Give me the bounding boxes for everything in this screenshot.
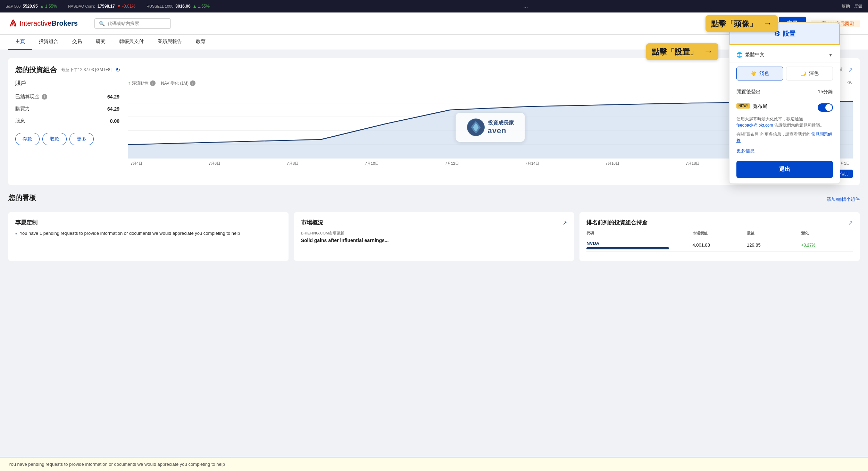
theme-selector: ☀️ 淺色 🌙 深色 <box>729 62 840 85</box>
cash-label: 已結算現金 <box>15 94 40 100</box>
nav-portfolio[interactable]: 投資組合 <box>32 35 65 50</box>
withdraw-button[interactable]: 取款 <box>42 133 67 145</box>
wide-layout-desc: 使用大屏幕時最大化效率，歡迎通過 feedback@ibkr.com 告訴我們您… <box>729 116 840 131</box>
nav-education[interactable]: 教育 <box>189 35 212 50</box>
toggle-knob <box>825 104 832 111</box>
card-customized: 專屬定制 • You have 1 pending requests to pr… <box>8 212 289 261</box>
help-link[interactable]: 幫助 <box>842 3 850 9</box>
theme-light-button[interactable]: ☀️ 淺色 <box>736 67 783 80</box>
lang-label: 繁體中文 <box>745 52 765 58</box>
x-label-5: 7月14日 <box>525 161 539 166</box>
ticker-right-area: 幫助 反饋 <box>842 3 862 9</box>
news-title: Solid gains after influential earnings..… <box>301 237 567 244</box>
col-header-symbol: 代碼 <box>586 231 690 236</box>
card-portfolio-title: 排名前列的投資組合持倉 <box>586 219 648 226</box>
table-row: NVDA 4,001.88 129.85 +3.27% <box>586 239 853 252</box>
ibkr-pro-badge: IBKR PRO <box>711 17 727 29</box>
ticker-russell-value: 3016.06 <box>175 4 190 9</box>
x-label-2: 7月8日 <box>287 161 299 166</box>
card-market-header: 市場概況 ↗ <box>301 219 567 226</box>
col-header-last: 最後 <box>747 231 799 236</box>
faq-row: 有關"寬布局"的更多信息，請查看我們的 常見問題解答 <box>729 131 840 146</box>
pending-request-item: • You have 1 pending requests to provide… <box>15 231 282 237</box>
nav-transfer[interactable]: 轉帳與支付 <box>112 35 151 50</box>
x-label-6: 7月16日 <box>606 161 619 166</box>
card-portfolio-expand-icon[interactable]: ↗ <box>848 220 853 226</box>
theme-dark-label: 深色 <box>809 70 819 77</box>
lang-icon: 🌐 <box>736 52 742 58</box>
idle-value: 15分鐘 <box>818 89 833 95</box>
cell-change: +3.27% <box>801 243 853 248</box>
new-badge: NEW! <box>736 103 750 109</box>
stock-value: 0.00 <box>110 118 119 124</box>
theme-light-label: 淺色 <box>759 70 769 77</box>
idle-label: 閒置後登出 <box>736 89 761 95</box>
ticker-nasdaq-label: NASDAQ Comp <box>68 4 95 8</box>
nvda-bar <box>586 247 669 249</box>
ticker-bar: S&P 500 5520.95 ▲ 1.55% NASDAQ Comp 1759… <box>0 0 868 12</box>
card-market-title: 市場概況 <box>301 219 323 226</box>
chart-liquidity-label: 淨流動性 <box>132 80 149 86</box>
logo[interactable]: InteractiveBrokers <box>8 19 78 28</box>
stock-label: 股息 <box>15 118 25 124</box>
liquidity-arrow-icon: ↑ <box>128 80 131 86</box>
refresh-button[interactable]: ↻ <box>116 67 120 73</box>
add-widget-link[interactable]: 添加/編輯小組件 <box>827 196 860 203</box>
ticker-sp500: S&P 500 5520.95 ▲ 1.55% <box>6 4 57 9</box>
cash-value: 64.29 <box>107 94 119 100</box>
ticker-russell: RUSSELL 1000 3016.06 ▲ 1.55% <box>147 4 210 9</box>
hide-chart-icon[interactable]: 👁 <box>847 80 853 86</box>
buying-power-label: 購買力 <box>15 106 30 112</box>
ticker-nasdaq-change: ▼ -0.01% <box>117 4 135 9</box>
ticker-russell-change: ▲ 1.55% <box>193 4 210 9</box>
search-icon: 🔍 <box>99 21 105 26</box>
bullet-dot-icon: • <box>15 231 17 237</box>
card-portfolio-header: 排名前列的投資組合持倉 ↗ <box>586 219 853 226</box>
table-header-row: 代碼 市場價值 最後 變化 <box>586 231 853 236</box>
cash-row: 已結算現金 i 64.29 <box>15 91 119 103</box>
ticker-more-icon[interactable]: ... <box>523 3 528 9</box>
watermark-logo-icon <box>467 118 485 136</box>
ticker-sp500-value: 5520.95 <box>23 4 37 9</box>
cell-last: 129.85 <box>747 242 799 248</box>
more-info-link[interactable]: 更多信息 <box>729 146 840 157</box>
ticker-nasdaq: NASDAQ Comp 17598.17 ▼ -0.01% <box>68 4 135 9</box>
nav-info-icon[interactable]: i <box>190 80 195 86</box>
language-selector[interactable]: 🌐 繁體中文 ▼ <box>729 48 840 62</box>
cash-info-icon[interactable]: i <box>42 94 47 100</box>
search-input[interactable] <box>108 21 166 26</box>
settings-icon: ⚙ <box>774 29 780 38</box>
feedback-email-link[interactable]: feedback@ibkr.com <box>736 123 773 128</box>
dashboard-section: 您的看板 添加/編輯小組件 專屬定制 • You have 1 pending … <box>8 193 860 261</box>
wide-layout-toggle[interactable] <box>818 103 833 112</box>
card-market-expand-icon[interactable]: ↗ <box>562 220 567 226</box>
x-label-1: 7月6日 <box>209 161 220 166</box>
liquidity-info-icon[interactable]: i <box>150 80 156 86</box>
nav-research[interactable]: 研究 <box>89 35 112 50</box>
watermark-logo-text: aven <box>488 126 514 135</box>
nav-performance[interactable]: 業績與報告 <box>151 35 189 50</box>
theme-dark-button[interactable]: 🌙 深色 <box>786 67 833 80</box>
search-box[interactable]: 🔍 <box>94 18 171 29</box>
portfolio-header: 您的投資組合 截至下午12:37:03 [GMT+8] ↻ 價值 業績 ↗ <box>15 65 853 75</box>
logout-button[interactable]: 退出 <box>736 161 833 178</box>
settings-button[interactable]: ⚙ 設置 <box>729 23 840 45</box>
portfolio-body: 賬戶 已結算現金 i 64.29 購買力 64.29 <box>15 80 853 178</box>
portfolio-title: 您的投資組合 <box>15 65 57 75</box>
ticker-sp500-change: ▲ 1.55% <box>40 4 57 9</box>
watermark: 投資成長家 aven <box>456 113 525 142</box>
nav-home[interactable]: 主頁 <box>8 35 32 50</box>
card-market-overview: 市場概況 ↗ BRIEFING.COM市場更新 Solid gains afte… <box>294 212 574 261</box>
more-button[interactable]: 更多 <box>69 133 94 145</box>
deposit-button[interactable]: 存款 <box>15 133 40 145</box>
lang-arrow-icon: ▼ <box>828 52 833 58</box>
watermark-subtitle: 投資成長家 <box>488 120 514 126</box>
card-customized-title: 專屬定制 <box>15 219 37 226</box>
dashboard-title: 您的看板 <box>8 193 36 203</box>
sun-icon: ☀️ <box>751 71 757 76</box>
logo-icon <box>8 19 18 28</box>
portfolio-tab-expand[interactable]: ↗ <box>848 67 853 73</box>
nav-trade[interactable]: 交易 <box>65 35 89 50</box>
feedback-link[interactable]: 反饋 <box>854 3 862 9</box>
x-label-3: 7月10日 <box>365 161 379 166</box>
